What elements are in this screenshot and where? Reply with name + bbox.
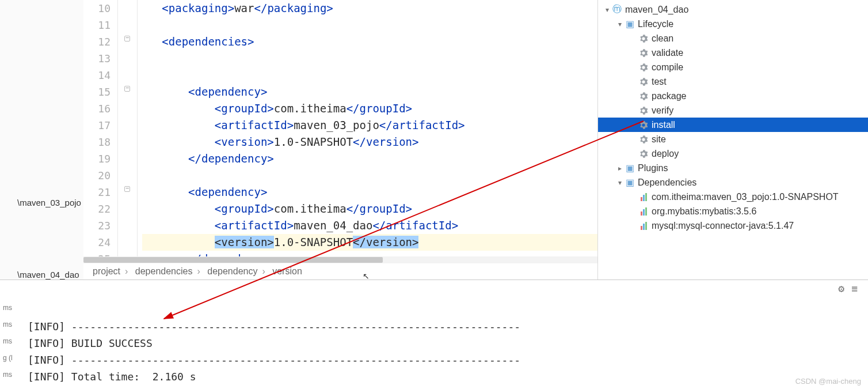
dependency-item[interactable]: org.mybatis:mybatis:3.5.6 xyxy=(598,204,868,218)
lifecycle-item-site[interactable]: site xyxy=(598,132,868,146)
sidebar-item[interactable]: \maven_03_pojo xyxy=(17,196,83,209)
fold-icon[interactable] xyxy=(124,36,130,41)
gear-icon xyxy=(638,91,649,101)
dependency-item[interactable]: mysql:mysql-connector-java:5.1.47 xyxy=(598,218,868,233)
gear-icon xyxy=(638,120,649,130)
dependencies-node[interactable]: ▾▣Dependencies xyxy=(598,175,868,190)
lifecycle-item-validate[interactable]: validate xyxy=(598,46,868,60)
code-content[interactable]: <packaging>war</packaging> <dependencies… xyxy=(138,0,597,256)
lifecycle-item-test[interactable]: test xyxy=(598,74,868,89)
tree-root[interactable]: ▾ⓜmaven_04_dao xyxy=(598,2,868,17)
tree-label: maven_04_dao xyxy=(625,5,688,15)
bars-icon xyxy=(638,221,649,231)
breadcrumb[interactable]: project› dependencies› dependency› versi… xyxy=(83,263,597,280)
fold-icon[interactable] xyxy=(124,86,130,92)
gear-icon xyxy=(638,149,649,159)
folder-icon: ▣ xyxy=(625,177,635,188)
menu-icon[interactable]: ≡ xyxy=(851,280,858,297)
gear-icon xyxy=(638,62,649,73)
folder-icon: ▣ xyxy=(625,19,635,29)
project-sidebar[interactable]: \maven_03_pojo \maven_04_dao xyxy=(17,0,83,280)
lifecycle-node[interactable]: ▾▣Lifecycle xyxy=(598,17,868,31)
lifecycle-item-compile[interactable]: compile xyxy=(598,60,868,74)
lifecycle-item-verify[interactable]: verify xyxy=(598,103,868,118)
lifecycle-item-install[interactable]: install xyxy=(598,118,868,132)
line-gutter: 10111213 14151617 18192021 22232425 xyxy=(83,0,118,256)
lifecycle-item-clean[interactable]: clean xyxy=(598,31,868,46)
horizontal-scrollbar[interactable] xyxy=(83,256,597,263)
gear-icon[interactable]: ⚙ xyxy=(838,280,844,297)
gear-icon xyxy=(638,134,649,145)
gear-icon xyxy=(638,33,649,44)
code-editor[interactable]: 10111213 14151617 18192021 22232425 <pac… xyxy=(83,0,597,256)
maven-icon: ⓜ xyxy=(612,5,622,15)
gear-icon xyxy=(638,77,649,87)
bars-icon xyxy=(638,192,649,202)
maven-panel[interactable]: ▾ⓜmaven_04_dao▾▣Lifecyclecleanvalidateco… xyxy=(597,0,868,280)
build-console[interactable]: ⚙ ≡ [INFO] -----------------------------… xyxy=(0,280,868,389)
watermark: CSDN @mai-cheng xyxy=(795,377,861,386)
dependency-item[interactable]: com.itheima:maven_03_pojo:1.0-SNAPSHOT xyxy=(598,190,868,204)
plugins-node[interactable]: ▸▣Plugins xyxy=(598,161,868,175)
lifecycle-item-package[interactable]: package xyxy=(598,89,868,103)
gear-icon xyxy=(638,105,649,116)
cursor-icon: ↖ xyxy=(363,271,370,281)
lifecycle-item-deploy[interactable]: deploy xyxy=(598,146,868,161)
bars-icon xyxy=(638,206,649,217)
folder-icon: ▣ xyxy=(625,163,635,173)
fold-icon[interactable] xyxy=(124,186,130,192)
fold-gutter[interactable] xyxy=(118,0,138,256)
gear-icon xyxy=(638,48,649,58)
